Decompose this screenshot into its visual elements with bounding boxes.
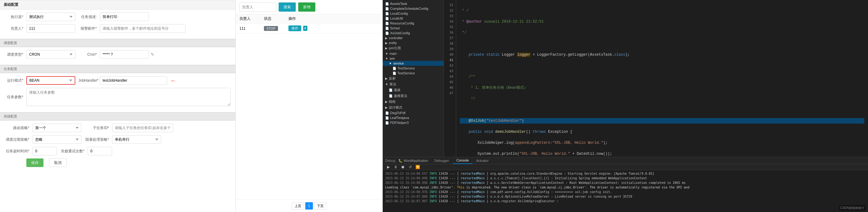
code-line-42: public void demoJobHandler() throws Exce… (460, 129, 864, 135)
code-line-37: /** (460, 74, 864, 79)
red-arrow-icon: ← (170, 77, 176, 83)
debugger-tab[interactable]: Debugger (431, 157, 453, 164)
tree-item-complete-schedule[interactable]: 📄CompleteScheduleConfig (383, 6, 444, 11)
tree-item-recursion[interactable]: 📄递推算法 (383, 93, 444, 99)
basic-config-section: 执行器* 测试执行 任务描述: 负责人* 报警邮件* (0, 9, 236, 39)
code-line-36 (460, 63, 864, 69)
actuator-tab[interactable]: Actuator (472, 157, 492, 164)
executor-label: 执行器* (5, 14, 23, 20)
line-num-33: 33 (444, 13, 456, 19)
retry-count-input[interactable] (88, 147, 112, 155)
right-ide-panel: 📄AssetsTask 📄CompleteScheduleConfig 📄Loc… (383, 0, 868, 212)
tree-item-xxljob-config[interactable]: 📄XxlJobConfig (383, 31, 444, 35)
task-config-section: 运行模式* BEAN JobHandler* ← 任务参数* (0, 73, 236, 112)
block-strategy-select[interactable]: 单机串行 (112, 135, 161, 144)
left-form-panel: 基础配置 执行器* 测试执行 任务描述: 负责人* 报警邮件* 调度配置 调度类… (0, 0, 236, 212)
assignee-input[interactable] (26, 24, 75, 33)
cron-edit-icon[interactable]: ✎ (151, 52, 154, 57)
report-email-input[interactable] (100, 24, 186, 33)
debug-play-icon[interactable]: ▶ (385, 165, 391, 169)
operate-button[interactable]: 操作 (288, 25, 301, 31)
job-handler-label: JobHandler* (79, 78, 97, 82)
line-num-31: 31 (444, 2, 456, 8)
search-button[interactable]: 搜索 (279, 2, 296, 12)
tree-item-local-config[interactable]: 📄LocalConfig (383, 11, 444, 16)
timeout-row: 任务超时时间* 失败重试次数* (5, 147, 230, 155)
tree-item-leaf-test[interactable]: 📄LeafTestjava (383, 115, 444, 120)
line-num-43: 43 (444, 69, 456, 74)
tree-item-entity[interactable]: ▶entity (383, 40, 444, 45)
code-line-39: */ (460, 96, 864, 102)
schedule-type-select[interactable]: CRON (26, 50, 75, 59)
job-handler-input[interactable] (100, 76, 167, 85)
tree-item-test-service-1[interactable]: 📄TestService (383, 66, 444, 71)
code-line-40 (460, 107, 864, 113)
operate-dropdown[interactable]: ▾ (303, 26, 307, 31)
task-desc-input[interactable] (100, 12, 149, 21)
debug-stop-icon[interactable]: ⏹ (400, 165, 406, 169)
code-content[interactable]: * / * @author xuxueli 2019-12-11 21:52:5… (456, 0, 868, 157)
miss-strategy-select[interactable]: 忽略 (32, 135, 82, 144)
tree-item-design-pattern[interactable]: ▶设计模式 (383, 105, 444, 110)
middle-panel: 搜索 新增 负责人 状态 操作 111 STOP 操作 ▾ 上页 1 下页 (236, 0, 383, 212)
route-strategy-select[interactable]: 第一个 (32, 123, 82, 132)
line-num-32: 32 (444, 8, 456, 13)
assignee-row: 负责人* 报警邮件* (5, 24, 230, 33)
line-num-41: 41 (444, 58, 456, 63)
tree-item-resource-config[interactable]: 📄ResourceConfig (383, 21, 444, 26)
pagination: 上页 1 下页 (236, 200, 382, 212)
tree-item-see[interactable]: ▼see (383, 56, 444, 61)
tree-item-thread[interactable]: ▶线程 (383, 99, 444, 105)
line-num-36: 36 (444, 30, 456, 35)
tree-item-algorithm[interactable]: ▼算法 (383, 81, 444, 87)
debug-reload-icon[interactable]: ↺ (407, 165, 413, 169)
tree-item-jvm[interactable]: ▶jvm引用 (383, 45, 444, 51)
cron-input[interactable] (100, 50, 149, 59)
tree-item-assets-task[interactable]: 📄AssetsTask (383, 1, 444, 6)
debug-pause-icon[interactable]: ⏸ (393, 165, 399, 169)
log-line-1: 2023-06-13 15:14:00.557 INFO 13420 --- [… (385, 171, 866, 176)
next-page-button[interactable]: 下页 (314, 202, 327, 210)
line-num-39: 39 (444, 46, 456, 52)
save-button[interactable]: 保存 (26, 158, 43, 167)
tree-item-main[interactable]: ▼main (383, 51, 444, 56)
tree-item-service[interactable]: ▼service (383, 61, 444, 66)
tree-item-controller[interactable]: ▶controller (383, 35, 444, 40)
executor-select[interactable]: 测试执行 (26, 12, 75, 21)
debug-filter-icon[interactable]: 🔽 (414, 165, 421, 169)
executor-row: 执行器* 测试执行 任务描述: (5, 12, 230, 21)
line-num-45: 45 (444, 79, 456, 85)
row-assignee: 111 (240, 26, 264, 31)
retry-count-label: 失败重试次数* (60, 149, 85, 154)
tree-item-sched[interactable]: 📄Sched (383, 26, 444, 31)
tree-item-local-util[interactable]: 📄LocalUtil (383, 16, 444, 21)
line-num-47: 47 (444, 91, 456, 96)
stop-button[interactable]: STOP (264, 26, 278, 31)
tree-item-reflect[interactable]: ▶反射 (383, 76, 444, 81)
child-task-id-input[interactable] (112, 123, 173, 132)
tree-item-test-service-2[interactable]: 📄TestService (383, 71, 444, 76)
tree-item-dwg-to-pdf[interactable]: 📄DwgToPdf (383, 110, 444, 115)
timeout-input[interactable] (32, 147, 57, 155)
block-strategy-label: 阻塞处理策略* (85, 137, 109, 142)
new-button[interactable]: 新增 (298, 2, 315, 12)
route-strategy-label: 路由策略* (5, 126, 29, 131)
code-line-43: XxlJobHelper.log(appendLogPattern:"XXL-J… (460, 140, 864, 146)
tree-item-pdf-helper[interactable]: 📄PDFHelper3 (383, 120, 444, 125)
advanced-config-divider: 高级配置 (0, 112, 236, 120)
console-tab[interactable]: Console (453, 157, 472, 164)
route-strategy-row: 路由策略* 第一个 子任务ID* (5, 123, 230, 132)
advanced-config-section: 路由策略* 第一个 子任务ID* 调度过期策略* 忽略 阻塞处理策略* 单机串行… (0, 120, 236, 173)
schedule-config-section: 调度类型* CRON Cron* ✎ (0, 47, 236, 65)
app-name: 🐛 WordApplication (398, 159, 428, 163)
task-args-textarea[interactable] (26, 88, 230, 106)
tree-item-talk[interactable]: 📄漫谈 (383, 87, 444, 93)
miss-strategy-row: 调度过期策略* 忽略 阻塞处理策略* 单机串行 (5, 135, 230, 144)
code-line-35: private static Logger logger = LoggerFac… (460, 52, 864, 58)
run-mode-select[interactable]: BEAN (26, 76, 75, 85)
page-1-button[interactable]: 1 (305, 202, 313, 210)
code-line-31: * / (460, 8, 864, 13)
cancel-button[interactable]: 取消 (49, 158, 67, 167)
prev-page-button[interactable]: 上页 (292, 202, 304, 210)
search-input[interactable] (240, 2, 276, 12)
